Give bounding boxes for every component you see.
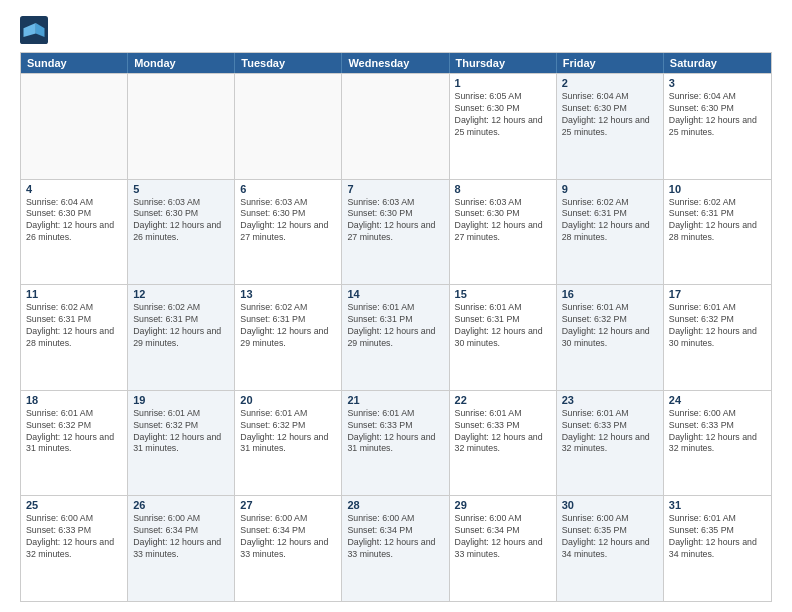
cell-info: Sunrise: 6:02 AM Sunset: 6:31 PM Dayligh… (669, 197, 766, 245)
calendar-week: 4Sunrise: 6:04 AM Sunset: 6:30 PM Daylig… (21, 179, 771, 285)
day-number: 11 (26, 288, 122, 300)
day-number: 1 (455, 77, 551, 89)
calendar-cell: 20Sunrise: 6:01 AM Sunset: 6:32 PM Dayli… (235, 391, 342, 496)
day-number: 26 (133, 499, 229, 511)
cell-info: Sunrise: 6:01 AM Sunset: 6:32 PM Dayligh… (26, 408, 122, 456)
calendar-cell: 27Sunrise: 6:00 AM Sunset: 6:34 PM Dayli… (235, 496, 342, 601)
day-number: 14 (347, 288, 443, 300)
calendar-cell: 13Sunrise: 6:02 AM Sunset: 6:31 PM Dayli… (235, 285, 342, 390)
calendar-header-cell: Friday (557, 53, 664, 73)
day-number: 19 (133, 394, 229, 406)
day-number: 30 (562, 499, 658, 511)
cell-info: Sunrise: 6:01 AM Sunset: 6:32 PM Dayligh… (133, 408, 229, 456)
cell-info: Sunrise: 6:00 AM Sunset: 6:34 PM Dayligh… (455, 513, 551, 561)
calendar-cell: 5Sunrise: 6:03 AM Sunset: 6:30 PM Daylig… (128, 180, 235, 285)
cell-info: Sunrise: 6:00 AM Sunset: 6:34 PM Dayligh… (240, 513, 336, 561)
cell-info: Sunrise: 6:00 AM Sunset: 6:33 PM Dayligh… (26, 513, 122, 561)
cell-info: Sunrise: 6:03 AM Sunset: 6:30 PM Dayligh… (133, 197, 229, 245)
cell-info: Sunrise: 6:05 AM Sunset: 6:30 PM Dayligh… (455, 91, 551, 139)
day-number: 24 (669, 394, 766, 406)
calendar-week: 11Sunrise: 6:02 AM Sunset: 6:31 PM Dayli… (21, 284, 771, 390)
cell-info: Sunrise: 6:02 AM Sunset: 6:31 PM Dayligh… (133, 302, 229, 350)
cell-info: Sunrise: 6:01 AM Sunset: 6:32 PM Dayligh… (562, 302, 658, 350)
calendar-cell: 26Sunrise: 6:00 AM Sunset: 6:34 PM Dayli… (128, 496, 235, 601)
calendar-cell (235, 74, 342, 179)
calendar-header-cell: Wednesday (342, 53, 449, 73)
calendar-cell (342, 74, 449, 179)
day-number: 7 (347, 183, 443, 195)
calendar-cell: 3Sunrise: 6:04 AM Sunset: 6:30 PM Daylig… (664, 74, 771, 179)
calendar-cell: 18Sunrise: 6:01 AM Sunset: 6:32 PM Dayli… (21, 391, 128, 496)
cell-info: Sunrise: 6:04 AM Sunset: 6:30 PM Dayligh… (669, 91, 766, 139)
cell-info: Sunrise: 6:00 AM Sunset: 6:34 PM Dayligh… (347, 513, 443, 561)
calendar-cell: 29Sunrise: 6:00 AM Sunset: 6:34 PM Dayli… (450, 496, 557, 601)
calendar-cell: 22Sunrise: 6:01 AM Sunset: 6:33 PM Dayli… (450, 391, 557, 496)
calendar-cell: 25Sunrise: 6:00 AM Sunset: 6:33 PM Dayli… (21, 496, 128, 601)
calendar-cell: 24Sunrise: 6:00 AM Sunset: 6:33 PM Dayli… (664, 391, 771, 496)
day-number: 12 (133, 288, 229, 300)
cell-info: Sunrise: 6:01 AM Sunset: 6:33 PM Dayligh… (347, 408, 443, 456)
calendar-header-cell: Thursday (450, 53, 557, 73)
cell-info: Sunrise: 6:02 AM Sunset: 6:31 PM Dayligh… (26, 302, 122, 350)
day-number: 22 (455, 394, 551, 406)
calendar-header: SundayMondayTuesdayWednesdayThursdayFrid… (21, 53, 771, 73)
day-number: 16 (562, 288, 658, 300)
day-number: 8 (455, 183, 551, 195)
cell-info: Sunrise: 6:01 AM Sunset: 6:33 PM Dayligh… (455, 408, 551, 456)
day-number: 27 (240, 499, 336, 511)
calendar-cell: 28Sunrise: 6:00 AM Sunset: 6:34 PM Dayli… (342, 496, 449, 601)
calendar-cell: 2Sunrise: 6:04 AM Sunset: 6:30 PM Daylig… (557, 74, 664, 179)
day-number: 28 (347, 499, 443, 511)
cell-info: Sunrise: 6:01 AM Sunset: 6:31 PM Dayligh… (347, 302, 443, 350)
logo (20, 16, 52, 44)
calendar-cell: 9Sunrise: 6:02 AM Sunset: 6:31 PM Daylig… (557, 180, 664, 285)
calendar-cell: 14Sunrise: 6:01 AM Sunset: 6:31 PM Dayli… (342, 285, 449, 390)
calendar-cell: 6Sunrise: 6:03 AM Sunset: 6:30 PM Daylig… (235, 180, 342, 285)
day-number: 15 (455, 288, 551, 300)
calendar-week: 18Sunrise: 6:01 AM Sunset: 6:32 PM Dayli… (21, 390, 771, 496)
day-number: 3 (669, 77, 766, 89)
day-number: 6 (240, 183, 336, 195)
day-number: 31 (669, 499, 766, 511)
logo-icon (20, 16, 48, 44)
cell-info: Sunrise: 6:01 AM Sunset: 6:31 PM Dayligh… (455, 302, 551, 350)
calendar-cell: 8Sunrise: 6:03 AM Sunset: 6:30 PM Daylig… (450, 180, 557, 285)
calendar-cell: 11Sunrise: 6:02 AM Sunset: 6:31 PM Dayli… (21, 285, 128, 390)
cell-info: Sunrise: 6:03 AM Sunset: 6:30 PM Dayligh… (347, 197, 443, 245)
cell-info: Sunrise: 6:02 AM Sunset: 6:31 PM Dayligh… (562, 197, 658, 245)
cell-info: Sunrise: 6:02 AM Sunset: 6:31 PM Dayligh… (240, 302, 336, 350)
day-number: 23 (562, 394, 658, 406)
calendar-cell: 21Sunrise: 6:01 AM Sunset: 6:33 PM Dayli… (342, 391, 449, 496)
calendar-body: 1Sunrise: 6:05 AM Sunset: 6:30 PM Daylig… (21, 73, 771, 601)
cell-info: Sunrise: 6:01 AM Sunset: 6:35 PM Dayligh… (669, 513, 766, 561)
cell-info: Sunrise: 6:03 AM Sunset: 6:30 PM Dayligh… (240, 197, 336, 245)
cell-info: Sunrise: 6:00 AM Sunset: 6:35 PM Dayligh… (562, 513, 658, 561)
cell-info: Sunrise: 6:01 AM Sunset: 6:33 PM Dayligh… (562, 408, 658, 456)
day-number: 18 (26, 394, 122, 406)
day-number: 20 (240, 394, 336, 406)
day-number: 17 (669, 288, 766, 300)
calendar-header-cell: Sunday (21, 53, 128, 73)
calendar-header-cell: Saturday (664, 53, 771, 73)
day-number: 9 (562, 183, 658, 195)
day-number: 4 (26, 183, 122, 195)
day-number: 29 (455, 499, 551, 511)
calendar-cell (21, 74, 128, 179)
calendar-cell: 23Sunrise: 6:01 AM Sunset: 6:33 PM Dayli… (557, 391, 664, 496)
calendar-week: 25Sunrise: 6:00 AM Sunset: 6:33 PM Dayli… (21, 495, 771, 601)
page: SundayMondayTuesdayWednesdayThursdayFrid… (0, 0, 792, 612)
day-number: 5 (133, 183, 229, 195)
calendar-week: 1Sunrise: 6:05 AM Sunset: 6:30 PM Daylig… (21, 73, 771, 179)
day-number: 21 (347, 394, 443, 406)
cell-info: Sunrise: 6:01 AM Sunset: 6:32 PM Dayligh… (240, 408, 336, 456)
cell-info: Sunrise: 6:03 AM Sunset: 6:30 PM Dayligh… (455, 197, 551, 245)
calendar-cell: 31Sunrise: 6:01 AM Sunset: 6:35 PM Dayli… (664, 496, 771, 601)
day-number: 2 (562, 77, 658, 89)
calendar-cell: 15Sunrise: 6:01 AM Sunset: 6:31 PM Dayli… (450, 285, 557, 390)
cell-info: Sunrise: 6:00 AM Sunset: 6:33 PM Dayligh… (669, 408, 766, 456)
calendar-cell: 19Sunrise: 6:01 AM Sunset: 6:32 PM Dayli… (128, 391, 235, 496)
calendar-cell: 1Sunrise: 6:05 AM Sunset: 6:30 PM Daylig… (450, 74, 557, 179)
cell-info: Sunrise: 6:04 AM Sunset: 6:30 PM Dayligh… (562, 91, 658, 139)
header (20, 16, 772, 44)
cell-info: Sunrise: 6:01 AM Sunset: 6:32 PM Dayligh… (669, 302, 766, 350)
